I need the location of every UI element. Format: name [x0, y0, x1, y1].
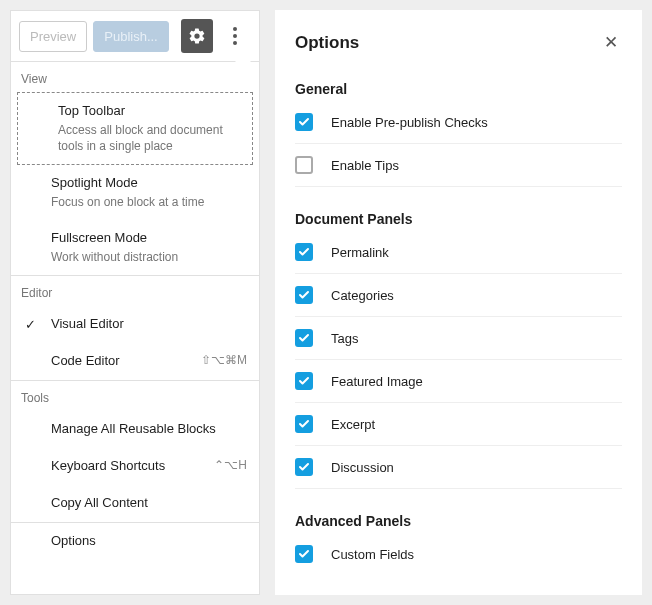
option-label: Excerpt [331, 417, 375, 432]
more-menu-button[interactable] [219, 19, 251, 53]
option-row: Enable Pre-publish Checks [295, 101, 622, 144]
menu-item-fullscreen-mode[interactable]: Fullscreen Mode Work without distraction [11, 220, 259, 275]
menu-item-title: Options [51, 533, 249, 550]
menu-item-code-editor[interactable]: Code Editor ⇧⌥⌘M [11, 343, 259, 380]
option-row: Custom Fields [295, 533, 622, 575]
option-label: Enable Tips [331, 158, 399, 173]
menu-item-desc: Focus on one block at a time [51, 194, 249, 210]
checkbox[interactable] [295, 286, 313, 304]
check-icon [298, 289, 310, 301]
close-button[interactable]: ✕ [600, 30, 622, 55]
menu-item-title: Visual Editor [51, 316, 249, 333]
option-row: Permalink [295, 231, 622, 274]
option-label: Custom Fields [331, 547, 414, 562]
menu-item-keyboard-shortcuts[interactable]: Keyboard Shortcuts ⌃⌥H [11, 448, 259, 485]
section-label-tools: Tools [11, 381, 259, 411]
menu-item-title: Copy All Content [51, 495, 249, 512]
option-label: Enable Pre-publish Checks [331, 115, 488, 130]
close-icon: ✕ [604, 33, 618, 52]
option-row: Categories [295, 274, 622, 317]
check-icon [298, 246, 310, 258]
keyboard-shortcut: ⇧⌥⌘M [201, 353, 247, 367]
checkbox[interactable] [295, 113, 313, 131]
menu-item-title: Spotlight Mode [51, 175, 249, 192]
option-label: Categories [331, 288, 394, 303]
option-row: Featured Image [295, 360, 622, 403]
check-icon [298, 418, 310, 430]
settings-button[interactable] [181, 19, 213, 53]
options-group-title: Advanced Panels [295, 513, 622, 529]
menu-item-spotlight-mode[interactable]: Spotlight Mode Focus on one block at a t… [11, 165, 259, 220]
options-title: Options [295, 33, 359, 53]
menu-item-title: Top Toolbar [58, 103, 242, 120]
option-label: Permalink [331, 245, 389, 260]
publish-button[interactable]: Publish... [93, 21, 168, 52]
check-icon [298, 332, 310, 344]
menu-item-title: Manage All Reusable Blocks [51, 421, 249, 438]
check-icon [298, 461, 310, 473]
menu-item-visual-editor[interactable]: ✓ Visual Editor [11, 306, 259, 343]
options-group-title: General [295, 81, 622, 97]
check-icon [298, 116, 310, 128]
check-icon [298, 548, 310, 560]
option-row: Tags [295, 317, 622, 360]
menu-item-options[interactable]: Options [11, 523, 259, 560]
option-label: Featured Image [331, 374, 423, 389]
check-icon [298, 375, 310, 387]
option-row: Enable Tips [295, 144, 622, 187]
options-modal: Options ✕ GeneralEnable Pre-publish Chec… [275, 10, 642, 595]
checkbox[interactable] [295, 415, 313, 433]
checkbox[interactable] [295, 545, 313, 563]
section-label-editor: Editor [11, 276, 259, 306]
option-row: Discussion [295, 446, 622, 489]
option-label: Tags [331, 331, 358, 346]
options-group-title: Document Panels [295, 211, 622, 227]
keyboard-shortcut: ⌃⌥H [214, 458, 247, 472]
menu-item-copy-all-content[interactable]: Copy All Content [11, 485, 259, 522]
check-icon: ✓ [25, 317, 36, 332]
checkbox[interactable] [295, 156, 313, 174]
checkbox[interactable] [295, 458, 313, 476]
menu-item-manage-reusable-blocks[interactable]: Manage All Reusable Blocks [11, 411, 259, 448]
checkbox[interactable] [295, 329, 313, 347]
checkbox[interactable] [295, 372, 313, 390]
editor-toolbar: Preview Publish... [10, 10, 260, 61]
menu-item-desc: Access all block and document tools in a… [58, 122, 242, 154]
more-menu-dropdown: View Top Toolbar Access all block and do… [10, 61, 260, 595]
section-label-view: View [11, 62, 259, 92]
option-label: Discussion [331, 460, 394, 475]
gear-icon [188, 27, 206, 45]
preview-button[interactable]: Preview [19, 21, 87, 52]
more-vertical-icon [233, 27, 237, 45]
menu-item-desc: Work without distraction [51, 249, 249, 265]
menu-item-top-toolbar[interactable]: Top Toolbar Access all block and documen… [17, 92, 253, 165]
option-row: Excerpt [295, 403, 622, 446]
menu-item-title: Fullscreen Mode [51, 230, 249, 247]
checkbox[interactable] [295, 243, 313, 261]
